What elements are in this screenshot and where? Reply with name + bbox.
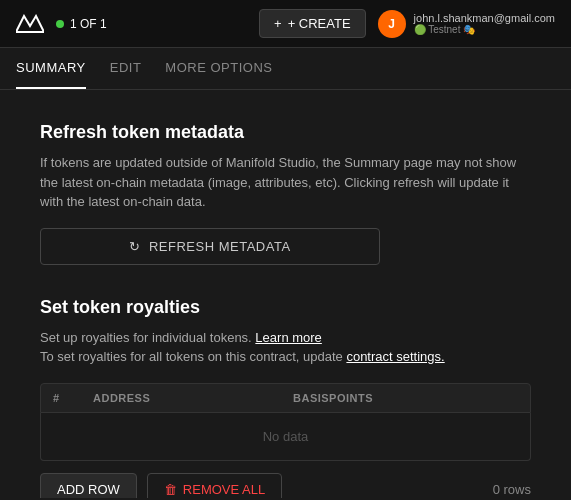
user-info: J john.l.shankman@gmail.com 🟢 Testnet 🎭 xyxy=(378,10,555,38)
tab-summary[interactable]: SUMMARY xyxy=(16,48,86,89)
tab-more-options[interactable]: MORE OPTIONS xyxy=(165,48,272,89)
header-right: + + CREATE J john.l.shankman@gmail.com 🟢… xyxy=(259,9,555,38)
token-count-badge: 1 OF 1 xyxy=(56,17,107,31)
create-button[interactable]: + + CREATE xyxy=(259,9,366,38)
svg-marker-0 xyxy=(16,16,44,32)
rows-count: 0 rows xyxy=(493,482,531,497)
main-content: Refresh token metadata If tokens are upd… xyxy=(0,90,571,498)
refresh-btn-label: REFRESH METADATA xyxy=(149,239,291,254)
royalties-desc-part2: To set royalties for all tokens on this … xyxy=(40,349,343,364)
add-row-button[interactable]: ADD ROW xyxy=(40,473,137,499)
learn-more-link[interactable]: Learn more xyxy=(255,330,321,345)
remove-all-button[interactable]: 🗑 REMOVE ALL xyxy=(147,473,282,499)
app-header: 1 OF 1 + + CREATE J john.l.shankman@gmai… xyxy=(0,0,571,48)
token-count-label: 1 OF 1 xyxy=(70,17,107,31)
table-body: No data xyxy=(40,413,531,461)
user-badges: 🟢 Testnet 🎭 xyxy=(414,24,555,35)
col-basispoints: BASISPOINTS xyxy=(293,392,518,404)
royalties-table: # ADDRESS BASISPOINTS No data xyxy=(40,383,531,461)
col-hash: # xyxy=(53,392,93,404)
nav-tabs: SUMMARY EDIT MORE OPTIONS xyxy=(0,48,571,90)
royalties-section: Set token royalties Set up royalties for… xyxy=(40,297,531,499)
refresh-icon: ↻ xyxy=(129,239,141,254)
create-icon: + xyxy=(274,16,282,31)
no-data-label: No data xyxy=(263,429,309,444)
tab-edit[interactable]: EDIT xyxy=(110,48,142,89)
remove-all-icon: 🗑 xyxy=(164,482,177,497)
royalties-desc-part1: Set up royalties for individual tokens. xyxy=(40,330,252,345)
royalties-description: Set up royalties for individual tokens. … xyxy=(40,328,531,367)
user-details: john.l.shankman@gmail.com 🟢 Testnet 🎭 xyxy=(414,12,555,35)
table-actions-left: ADD ROW 🗑 REMOVE ALL xyxy=(40,473,282,499)
refresh-metadata-button[interactable]: ↻ REFRESH METADATA xyxy=(40,228,380,265)
refresh-section: Refresh token metadata If tokens are upd… xyxy=(40,122,531,265)
table-header: # ADDRESS BASISPOINTS xyxy=(40,383,531,413)
avatar: J xyxy=(378,10,406,38)
create-label: + CREATE xyxy=(288,16,351,31)
royalties-title: Set token royalties xyxy=(40,297,531,318)
contract-settings-link[interactable]: contract settings. xyxy=(346,349,444,364)
refresh-description: If tokens are updated outside of Manifol… xyxy=(40,153,531,212)
user-email: john.l.shankman@gmail.com xyxy=(414,12,555,24)
manifold-logo xyxy=(16,14,44,34)
refresh-title: Refresh token metadata xyxy=(40,122,531,143)
col-address: ADDRESS xyxy=(93,392,293,404)
remove-all-label: REMOVE ALL xyxy=(183,482,265,497)
table-actions: ADD ROW 🗑 REMOVE ALL 0 rows xyxy=(40,473,531,499)
add-row-label: ADD ROW xyxy=(57,482,120,497)
status-dot xyxy=(56,20,64,28)
header-left: 1 OF 1 xyxy=(16,14,107,34)
